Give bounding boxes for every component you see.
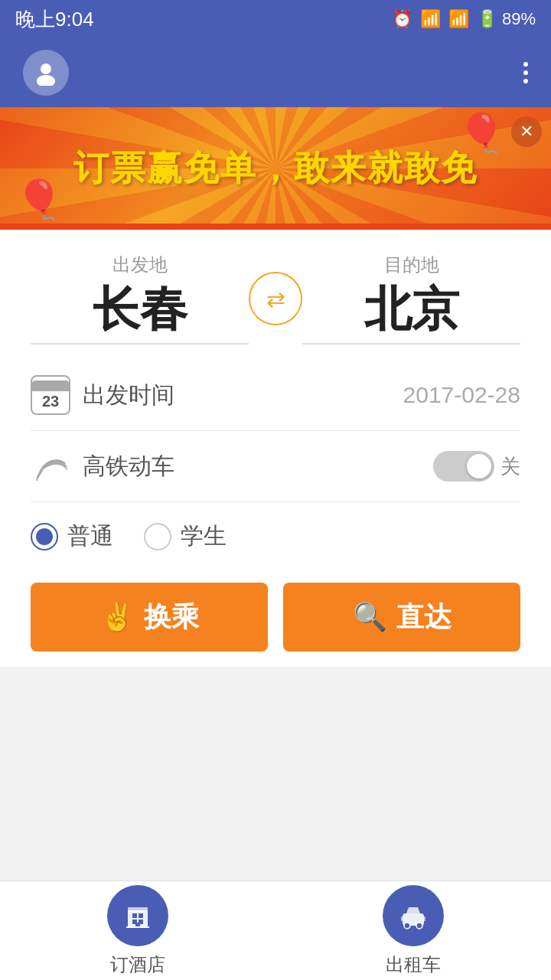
signal-icon: 📶 [448,9,469,29]
more-menu-button[interactable] [523,62,528,83]
status-icons: ⏰ 📶 📶 🔋 89% [392,9,536,29]
destination-block[interactable]: 目的地 北京 [302,253,520,345]
origin-label: 出发地 [112,253,168,277]
swap-button[interactable]: ⇄ [249,272,302,325]
app-header [0,38,551,107]
svg-point-12 [416,923,422,929]
radio-student-outer [144,523,171,550]
svg-point-0 [41,64,51,74]
calendar-icon: 23 [31,375,70,415]
direct-button[interactable]: 🔍 直达 [283,583,520,652]
user-avatar[interactable] [23,50,69,96]
radio-normal-outer [31,523,58,550]
wifi-icon: 📶 [420,9,441,29]
location-row: 出发地 长春 ⇄ 目的地 北京 [31,253,520,345]
toggle-thumb [467,454,491,479]
svg-rect-5 [139,913,143,918]
balloon-left-icon: 🎈 [15,178,63,222]
action-buttons: ✌ 换乘 🔍 直达 [31,583,520,652]
radio-student[interactable]: 学生 [144,521,227,552]
status-time: 晚上9:04 [15,6,94,33]
direct-label: 直达 [396,599,452,636]
radio-normal-label: 普通 [67,521,113,552]
search-icon: 🔍 [353,601,387,633]
train-label: 高铁动车 [83,451,174,482]
bottom-nav: 订酒店 出租车 [0,880,551,980]
train-icon [31,446,70,486]
hotel-label: 订酒店 [110,952,165,977]
content-area [0,667,551,897]
banner-content: 订票赢免单，敢来就敢免 [73,145,478,192]
train-toggle[interactable]: 关 [433,451,520,482]
radio-normal[interactable]: 普通 [31,521,113,552]
nav-taxi[interactable]: 出租车 [383,885,444,977]
train-type-row: 高铁动车 关 [31,431,520,502]
date-left: 23 出发时间 [31,375,174,415]
origin-block[interactable]: 出发地 长春 [31,253,249,345]
search-form: 出发地 长春 ⇄ 目的地 北京 23 出发时间 2017-02-28 [0,230,551,667]
radio-student-label: 学生 [181,521,227,552]
svg-rect-13 [401,916,404,921]
taxi-label: 出租车 [386,952,441,977]
transfer-label: 换乘 [144,599,199,636]
svg-point-11 [404,923,410,929]
hotel-icon [107,885,168,946]
toggle-off-label: 关 [500,453,520,480]
destination-city: 北京 [364,283,459,335]
banner-close-button[interactable]: ✕ [511,116,542,147]
promo-banner: 🎈 🎈 订票赢免单，敢来就敢免 ✕ [0,107,551,230]
transfer-button[interactable]: ✌ 换乘 [31,583,268,652]
transfer-icon: ✌ [100,601,135,633]
alarm-icon: ⏰ [392,9,412,29]
origin-city: 长春 [93,283,187,335]
svg-rect-14 [422,916,425,921]
status-bar: 晚上9:04 ⏰ 📶 📶 🔋 89% [0,0,551,38]
radio-normal-inner [36,528,53,545]
svg-rect-3 [128,907,148,912]
svg-point-1 [37,75,55,86]
toggle-track[interactable] [433,451,494,482]
date-label: 出发时间 [83,380,174,411]
train-left: 高铁动车 [31,446,174,486]
banner-main-text: 订票赢免单，敢来就敢免 [73,145,478,192]
battery-icon: 🔋 89% [477,9,536,29]
destination-label: 目的地 [384,253,439,277]
svg-rect-4 [132,913,137,918]
taxi-icon [383,885,444,946]
date-row[interactable]: 23 出发时间 2017-02-28 [31,360,520,431]
date-value: 2017-02-28 [403,382,520,408]
nav-hotel[interactable]: 订酒店 [107,885,168,977]
passenger-type-row: 普通 学生 [31,502,520,560]
